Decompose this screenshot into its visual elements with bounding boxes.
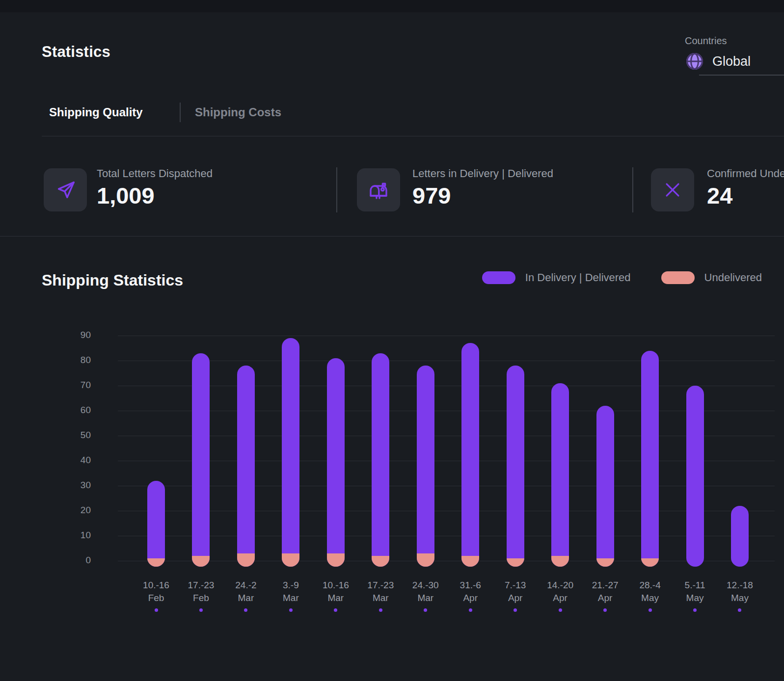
bar-undelivered-segment bbox=[417, 553, 434, 567]
gridline bbox=[118, 336, 775, 336]
chart-bar[interactable] bbox=[417, 366, 434, 567]
bar-undelivered-segment bbox=[192, 556, 210, 567]
y-axis-label: 20 bbox=[55, 505, 91, 516]
gridline bbox=[118, 511, 775, 511]
y-axis-label: 70 bbox=[55, 380, 91, 391]
chart-bar[interactable] bbox=[731, 506, 749, 567]
x-axis-dot bbox=[649, 608, 652, 612]
gridline bbox=[118, 411, 775, 411]
bar-undelivered-segment bbox=[461, 556, 479, 567]
gridline bbox=[118, 361, 775, 361]
gridline bbox=[118, 486, 775, 486]
y-axis-label: 10 bbox=[55, 530, 91, 541]
y-axis-label: 90 bbox=[55, 330, 91, 340]
x-axis-dot bbox=[693, 608, 697, 612]
bar-undelivered-segment bbox=[327, 553, 345, 567]
y-axis-label: 0 bbox=[55, 555, 91, 566]
x-axis-dot bbox=[424, 608, 427, 612]
y-axis-label: 30 bbox=[55, 480, 91, 491]
gridline bbox=[118, 536, 775, 536]
bar-undelivered-segment bbox=[507, 558, 524, 567]
bar-undelivered-segment bbox=[237, 553, 255, 567]
chart-bar[interactable] bbox=[686, 386, 704, 567]
y-axis-label: 80 bbox=[55, 355, 91, 366]
chart-bar[interactable] bbox=[596, 406, 614, 567]
bar-undelivered-segment bbox=[147, 558, 165, 567]
x-axis-dot bbox=[379, 608, 382, 612]
x-axis-dot bbox=[603, 608, 607, 612]
gridline bbox=[118, 386, 775, 386]
x-axis-dot bbox=[559, 608, 562, 612]
x-axis-dot bbox=[738, 608, 741, 612]
chart-bar[interactable] bbox=[237, 366, 255, 567]
x-axis-dot bbox=[469, 608, 472, 612]
x-axis-dot bbox=[289, 608, 293, 612]
gridline bbox=[118, 561, 775, 561]
x-axis-dot bbox=[334, 608, 337, 612]
gridline bbox=[118, 461, 775, 461]
statistics-page: Statistics Countries Global Shipping Qua… bbox=[0, 0, 784, 681]
chart-bar[interactable] bbox=[372, 353, 389, 567]
x-axis-label: 12.-18May bbox=[708, 579, 772, 604]
y-axis-label: 60 bbox=[55, 405, 91, 416]
chart-bar[interactable] bbox=[327, 358, 345, 567]
bar-undelivered-segment bbox=[596, 558, 614, 567]
x-axis-dot bbox=[514, 608, 517, 612]
x-axis-dot bbox=[244, 608, 247, 612]
chart-bar[interactable] bbox=[192, 353, 210, 567]
bar-undelivered-segment bbox=[551, 556, 569, 567]
chart-bar[interactable] bbox=[147, 481, 165, 567]
y-axis-label: 40 bbox=[55, 455, 91, 466]
bar-undelivered-segment bbox=[282, 553, 299, 567]
chart-bar[interactable] bbox=[507, 366, 524, 567]
chart-bar[interactable] bbox=[641, 351, 659, 567]
x-axis-dot bbox=[155, 608, 158, 612]
chart-bar[interactable] bbox=[282, 338, 299, 567]
y-axis-label: 50 bbox=[55, 430, 91, 441]
chart-bar[interactable] bbox=[461, 343, 479, 567]
shipping-statistics-chart: 010203040506070809010.-16Feb17.-23Feb24.… bbox=[0, 0, 784, 681]
bar-undelivered-segment bbox=[641, 558, 659, 567]
chart-bar[interactable] bbox=[551, 383, 569, 567]
x-axis-dot bbox=[199, 608, 203, 612]
bar-undelivered-segment bbox=[372, 556, 389, 567]
gridline bbox=[118, 436, 775, 436]
